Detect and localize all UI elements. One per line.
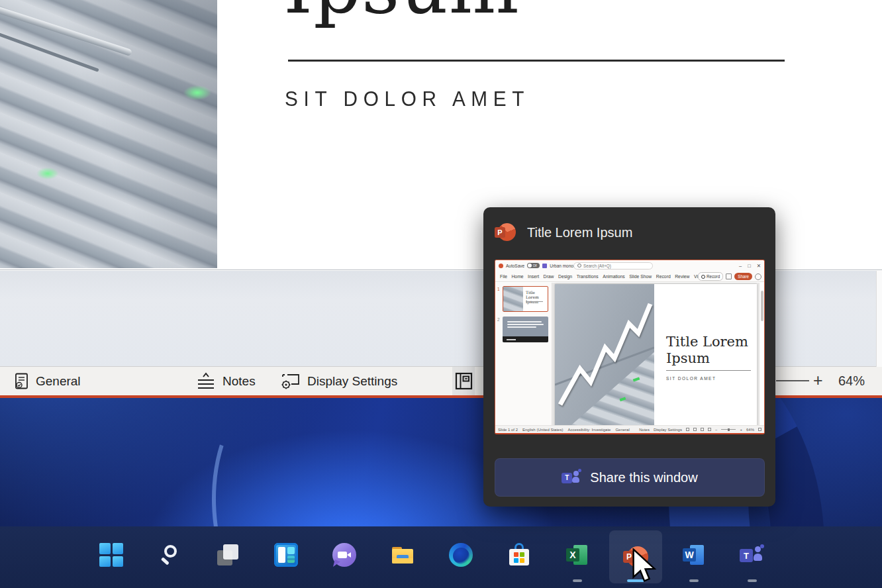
sensitivity-icon	[15, 373, 29, 390]
handrail	[0, 4, 132, 56]
powerpoint-logo-icon: P	[495, 222, 516, 242]
word-icon: W	[683, 544, 705, 566]
mini-slide-subtitle: SIT DOLOR AMET	[666, 376, 716, 381]
taskbar: X P W T	[0, 526, 882, 588]
display-settings-button[interactable]: Display Settings	[281, 367, 397, 395]
mini-slide-title: Title Lorem Ipsum	[666, 334, 748, 367]
mini-app-icon	[499, 264, 503, 268]
excel-running-indicator	[573, 579, 582, 582]
zoom-in-button[interactable]: +	[813, 371, 823, 390]
mini-record-button: Record	[698, 272, 723, 281]
mini-slide1-thumbnail: Title Lorem Ipsum	[503, 286, 548, 312]
mini-tab: Design	[558, 274, 572, 279]
slide-title-text[interactable]: Ipsum	[283, 0, 520, 24]
mini-tab: Insert	[528, 274, 539, 279]
mini-zoom-level: 64%	[746, 428, 754, 432]
task-view-button[interactable]	[212, 529, 244, 581]
normal-view-icon	[455, 372, 473, 390]
teams-share-icon: T	[562, 469, 581, 487]
mini-slide-canvas: Title Lorem Ipsum SIT DOLOR AMET	[555, 284, 757, 427]
mini-zoom-slider	[721, 429, 736, 430]
mini-search-icon	[577, 264, 581, 268]
word-running-indicator	[689, 579, 699, 582]
word-button[interactable]: W	[678, 529, 710, 581]
sensitivity-general-button[interactable]: General	[15, 367, 81, 395]
mini-maximize-icon: □	[748, 263, 751, 269]
share-this-window-button[interactable]: T Share this window	[495, 458, 765, 497]
excel-button[interactable]: X	[562, 529, 593, 581]
mini-autosave-label: AutoSave	[506, 264, 524, 268]
window-thumbnail[interactable]: AutoSave Off Urban monochrome - PowerPoi…	[495, 260, 765, 434]
mini-tab: Slide Show	[629, 274, 652, 279]
mini-feedback-icon	[755, 273, 761, 280]
mini-scrollbar	[759, 283, 764, 425]
desktop-screen: Ipsum SIT DOLOR AMET General	[0, 0, 882, 588]
mini-tab: Transitions	[577, 274, 599, 279]
mini-slide2-number: 2	[497, 317, 500, 322]
mini-language: English (United States)	[522, 428, 563, 432]
mini-slide1-number: 1	[497, 287, 500, 291]
file-explorer-button[interactable]	[387, 529, 418, 581]
vertical-scrollbar[interactable]	[876, 271, 882, 367]
slide-divider-line	[288, 60, 785, 62]
zoom-slider-track[interactable]	[776, 380, 809, 381]
mini-slide2-thumbnail	[503, 317, 548, 342]
chat-icon	[332, 543, 356, 567]
slide-subtitle-text[interactable]: SIT DOLOR AMET	[285, 87, 530, 111]
mini-zoom-out: −	[715, 428, 718, 432]
excel-icon: X	[566, 544, 589, 566]
mini-tab: Animations	[603, 274, 625, 279]
teams-button[interactable]: T	[736, 529, 768, 581]
preview-window-title: Title Lorem Ipsum	[527, 225, 632, 240]
mini-view-icon	[686, 428, 689, 431]
mini-tab: Review	[675, 274, 689, 279]
mini-titlebar: AutoSave Off Urban monochrome - PowerPoi…	[495, 260, 764, 271]
mini-minimize-icon: –	[739, 263, 742, 269]
mini-accessibility: Accessibility: Investigate	[567, 428, 611, 432]
mini-thumb-photo	[503, 287, 523, 311]
notes-button[interactable]: Notes	[196, 367, 256, 395]
normal-view-button[interactable]	[452, 367, 475, 395]
start-button[interactable]	[95, 529, 127, 581]
mini-tab: Home	[511, 274, 523, 279]
mini-ribbon-tabs: File Home Insert Draw Design Transitions…	[495, 271, 764, 282]
teams-icon: T	[740, 544, 765, 566]
mini-tab: Draw	[544, 274, 554, 279]
file-explorer-icon	[391, 544, 415, 566]
mini-ribbon-actions: Record Share	[698, 272, 761, 281]
mini-editor-body: 1 Title Lorem Ipsum 2	[495, 283, 764, 425]
mini-notes: Notes	[639, 428, 650, 432]
chat-button[interactable]	[328, 529, 360, 581]
mini-save-icon	[542, 264, 547, 268]
task-view-icon	[217, 544, 239, 566]
mini-fit-icon	[758, 428, 761, 431]
share-button-label: Share this window	[590, 470, 697, 485]
start-icon	[99, 543, 123, 567]
general-label: General	[36, 374, 81, 389]
taskbar-preview-popup: P Title Lorem Ipsum AutoSave Off Urban m…	[483, 207, 775, 507]
edge-icon	[449, 543, 473, 567]
mini-slide-panel: 1 Title Lorem Ipsum 2	[495, 283, 552, 425]
mini-display-settings: Display Settings	[654, 428, 682, 432]
edge-button[interactable]	[445, 529, 477, 581]
mini-slide-divider	[666, 370, 751, 371]
mini-general: General	[615, 428, 629, 432]
mini-view-icon	[701, 428, 704, 431]
display-settings-icon	[281, 373, 301, 390]
mini-search-box: Search (Alt+Q)	[573, 262, 653, 270]
microsoft-store-button[interactable]	[503, 529, 535, 581]
mini-view-icon	[693, 428, 697, 431]
mini-zoom-in: +	[740, 428, 742, 432]
zoom-level[interactable]: 64%	[838, 373, 865, 389]
mini-close-icon: ✕	[757, 263, 761, 269]
staircase-photo[interactable]	[0, 0, 217, 268]
notes-label: Notes	[222, 374, 256, 389]
mini-window-controls: – □ ✕	[739, 260, 761, 271]
microsoft-store-icon	[508, 543, 530, 567]
teams-running-indicator	[748, 579, 757, 582]
mini-status-bar: Slide 1 of 2 English (United States) Acc…	[495, 425, 764, 433]
widgets-button[interactable]	[270, 529, 302, 581]
search-button[interactable]	[154, 529, 185, 581]
search-icon	[158, 544, 181, 566]
mini-comments-icon	[726, 273, 732, 279]
